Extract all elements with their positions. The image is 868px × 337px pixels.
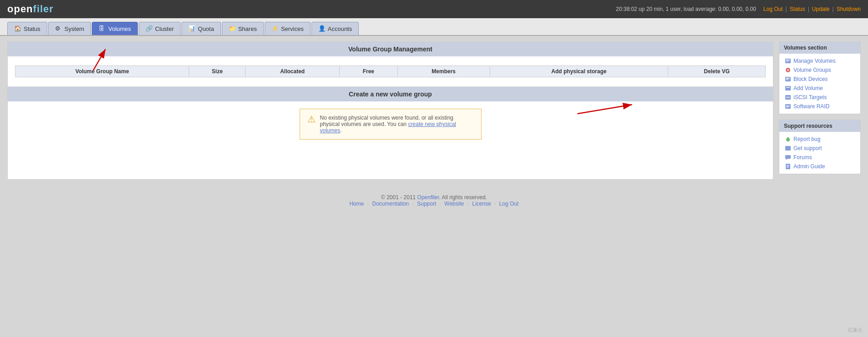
th-free: Free <box>339 66 397 77</box>
logo: openfiler <box>7 3 54 15</box>
admin-guide-icon <box>785 163 791 170</box>
footer-website-link[interactable]: Website <box>444 201 464 207</box>
footer-license-link[interactable]: License <box>472 201 491 207</box>
iscsi-targets-label: iSCSI Targets <box>793 94 827 101</box>
vg-management-section: Volume Group Management Volume Group Nam… <box>8 42 773 86</box>
manage-volumes-icon <box>785 58 791 64</box>
logo-open: open <box>7 3 33 15</box>
svg-rect-8 <box>785 86 791 91</box>
admin-guide-label: Admin Guide <box>793 163 825 170</box>
create-vg-title: Create a new volume group <box>8 87 773 101</box>
footer: © 2001 - 2011 Openfiler. All rights rese… <box>0 185 868 216</box>
sidebar-support-title: Support resources <box>779 120 860 132</box>
forums-label: Forums <box>793 154 812 161</box>
forums-icon <box>785 154 791 161</box>
footer-copyright-end: . All rights reserved. <box>439 194 487 201</box>
header-right: 20:38:02 up 20 min, 1 user, load average… <box>616 6 861 12</box>
svg-rect-2 <box>786 61 788 62</box>
accounts-icon: 👤 <box>318 25 326 32</box>
footer-sep3: · <box>440 201 441 207</box>
tab-status-label: Status <box>24 25 40 32</box>
sidebar-link-add-volume[interactable]: Add Volume <box>781 84 858 93</box>
create-physical-volumes-link[interactable]: create new physical volumes <box>320 121 457 134</box>
footer-openfiler-link[interactable]: Openfiler <box>417 194 439 201</box>
sidebar-link-get-support[interactable]: Get support <box>781 144 858 153</box>
svg-rect-1 <box>786 60 790 60</box>
tab-shares-label: Shares <box>238 25 257 32</box>
tab-accounts[interactable]: 👤 Accounts <box>311 22 359 35</box>
sidebar-link-report-bug[interactable]: Report bug <box>781 135 858 144</box>
report-bug-icon <box>785 136 791 142</box>
tab-accounts-label: Accounts <box>328 25 352 32</box>
footer-support-link[interactable]: Support <box>417 201 436 207</box>
svg-point-4 <box>787 69 789 71</box>
system-icon: ⚙ <box>55 25 62 32</box>
svg-rect-18 <box>785 155 791 159</box>
cluster-icon: 🔗 <box>146 25 153 32</box>
sidebar-volumes-section: Volumes section Manage Volumes Volume <box>779 41 861 114</box>
vg-section-title: Volume Group Management <box>8 42 773 56</box>
volume-groups-label: Volume Groups <box>793 67 831 73</box>
sidebar-link-volume-groups[interactable]: Volume Groups <box>781 65 858 75</box>
sidebar: Volumes section Manage Volumes Volume <box>779 41 861 180</box>
sidebar-link-block-devices[interactable]: Block Devices <box>781 75 858 84</box>
svg-rect-14 <box>786 107 788 108</box>
iscsi-targets-icon <box>785 94 791 101</box>
status-link[interactable]: Status <box>790 6 805 12</box>
svg-rect-17 <box>785 146 791 151</box>
nav: 🏠 Status ⚙ System 🗄 Volumes 🔗 Cluster 📊 … <box>0 18 868 36</box>
tab-quota[interactable]: 📊 Quota <box>181 22 221 35</box>
update-link[interactable]: Update <box>812 6 830 12</box>
sidebar-support-section: Support resources Report bug Get support <box>779 120 861 174</box>
svg-rect-11 <box>786 97 790 98</box>
tab-quota-label: Quota <box>198 25 214 32</box>
get-support-icon <box>785 145 791 151</box>
footer-sep1: · <box>367 201 369 207</box>
sidebar-link-software-raid[interactable]: Software RAID <box>781 102 858 111</box>
svg-rect-7 <box>786 79 788 80</box>
logout-link[interactable]: Log Out <box>763 6 783 12</box>
tab-cluster-label: Cluster <box>155 25 174 32</box>
tab-services-label: Services <box>281 25 304 32</box>
sidebar-volumes-title: Volumes section <box>779 42 860 54</box>
sidebar-link-manage-volumes[interactable]: Manage Volumes <box>781 56 858 65</box>
footer-sep2: · <box>412 201 414 207</box>
tab-status[interactable]: 🏠 Status <box>7 22 47 35</box>
header: openfiler 20:38:02 up 20 min, 1 user, lo… <box>0 0 868 18</box>
footer-home-link[interactable]: Home <box>349 201 364 207</box>
th-delete-vg: Delete VG <box>668 66 765 77</box>
shutdown-link[interactable]: Shutdown <box>837 6 861 12</box>
tab-shares[interactable]: 📁 Shares <box>222 22 264 35</box>
sidebar-volumes-links: Manage Volumes Volume Groups Block <box>779 54 860 114</box>
software-raid-icon <box>785 103 791 110</box>
warning-icon: ⚠ <box>307 115 316 124</box>
tab-cluster[interactable]: 🔗 Cluster <box>139 22 181 35</box>
content-area: Volume Group Management Volume Group Nam… <box>7 41 773 180</box>
th-members: Members <box>397 66 490 77</box>
volume-groups-icon <box>785 67 791 73</box>
footer-documentation-link[interactable]: Documentation <box>372 201 409 207</box>
sidebar-link-iscsi-targets[interactable]: iSCSI Targets <box>781 93 858 102</box>
tab-volumes[interactable]: 🗄 Volumes <box>92 22 138 35</box>
system-info: 20:38:02 up 20 min, 1 user, load average… <box>616 6 756 12</box>
svg-marker-19 <box>786 159 788 160</box>
sep2: | <box>808 6 809 12</box>
add-volume-icon <box>785 85 791 91</box>
footer-sep5: · <box>494 201 496 207</box>
tab-system[interactable]: ⚙ System <box>48 22 91 35</box>
add-volume-label: Add Volume <box>793 85 823 91</box>
th-vg-name: Volume Group Name <box>15 66 189 77</box>
block-devices-label: Block Devices <box>793 76 828 82</box>
tab-system-label: System <box>65 25 84 32</box>
svg-rect-6 <box>786 78 790 79</box>
svg-rect-16 <box>788 137 788 138</box>
tab-services[interactable]: ⚡ Services <box>265 22 311 35</box>
sidebar-link-admin-guide[interactable]: Admin Guide <box>781 162 858 171</box>
watermark: 亿速云 <box>848 327 863 333</box>
svg-rect-21 <box>787 165 789 166</box>
sidebar-link-forums[interactable]: Forums <box>781 153 858 162</box>
vg-table-container: Volume Group Name Size Allocated Free Me… <box>8 56 773 86</box>
footer-logout-link[interactable]: Log Out <box>499 201 519 207</box>
th-allocated: Allocated <box>246 66 340 77</box>
svg-rect-13 <box>786 106 790 106</box>
